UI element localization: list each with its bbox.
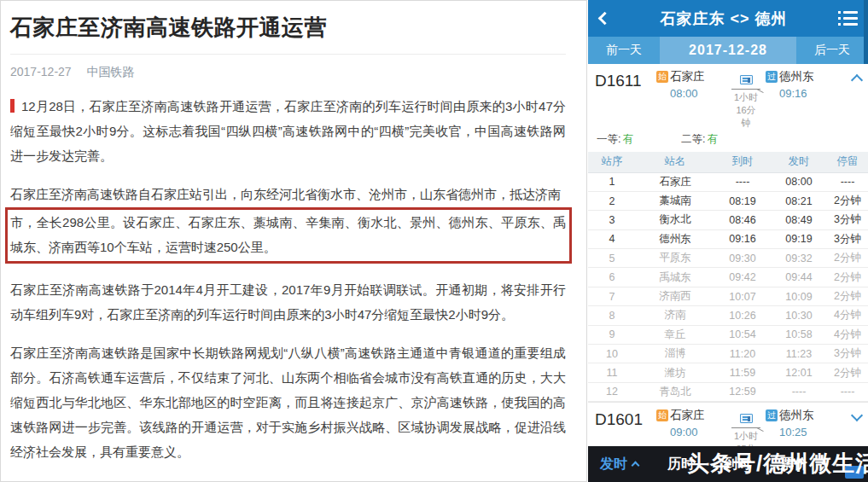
sort-by-departure[interactable]: 发时 [600, 456, 638, 473]
table-row: 4德州东09:1609:193分钟 [588, 229, 868, 248]
table-row: 3衡水北08:4608:493分钟 [588, 211, 868, 229]
route-title: 石家庄东 <> 德州 [660, 9, 787, 29]
ticket-icon [740, 75, 753, 84]
departure-time: 09:00 [670, 426, 730, 438]
train-number: D1601 [595, 408, 656, 429]
red-highlight-box: 市，全长298公里。设石家庄、石家庄东、藁城南、辛集南、衡水北、景州、德州东、平… [5, 207, 572, 264]
table-row: 1石家庄----08:00---- [588, 172, 868, 191]
departure-info: 始 石家庄 09:00 [656, 408, 730, 438]
second-class-label: 二等: [681, 133, 705, 145]
table-row: 8济南10:2610:304分钟 [588, 306, 868, 325]
prev-day-button[interactable]: 前一天 [588, 37, 660, 64]
col-departure: 发时 [771, 152, 827, 172]
second-class-status: 有 [707, 133, 718, 145]
chevron-up-icon [632, 462, 640, 470]
pass-badge: 过 [766, 409, 778, 421]
table-row: 2藁城南08:1908:212分钟 [588, 191, 868, 210]
table-row: 10淄博11:2011:233分钟 [588, 345, 868, 363]
col-station: 站名 [636, 152, 714, 172]
ticket-icon [740, 414, 753, 423]
departure-station: 石家庄 [670, 69, 705, 84]
arrival-time: 10:25 [779, 426, 839, 438]
duration-info: 1小时16分钟 [730, 69, 766, 130]
app-header: 石家庄东 <> 德州 [588, 0, 868, 37]
table-row: 7济南西10:0710:092分钟 [588, 287, 868, 305]
col-stop: 停留 [827, 152, 868, 172]
article-paragraph-5: 据悉，铁路部门于12月27日9时开始发售石济高铁相关列车车票。 [10, 478, 566, 482]
sort-label: 发时 [600, 456, 627, 473]
departure-info: 始 石家庄 08:00 [656, 69, 730, 100]
watermark-text: 头条号/德州微生活 [687, 449, 868, 479]
train-number: D1611 [595, 69, 656, 90]
article-source: 中国铁路 [87, 65, 135, 78]
duration-arrow [731, 89, 760, 90]
article-paragraph-3: 石家庄至济南高速铁路于2014年4月开工建设，2017年9月开始联调联试。开通初… [10, 277, 566, 327]
departure-time: 08:00 [670, 87, 730, 100]
paragraph-text: 12月28日，石家庄至济南高速铁路开通运营，石家庄至济南的列车运行时间由原来的3… [10, 99, 566, 163]
duration-text: 1小时16分钟 [731, 91, 760, 130]
page-title: 石家庄至济南高速铁路开通运营 [10, 13, 566, 42]
collapse-icon[interactable] [851, 74, 863, 86]
table-row: 9章丘10:5410:584分钟 [588, 325, 868, 344]
arrival-info: 过 德州东 10:25 [766, 408, 839, 438]
first-class-status: 有 [622, 133, 633, 145]
duration-arrow [731, 427, 760, 428]
origin-badge: 始 [656, 71, 668, 83]
paragraph-text: 石家庄至济南高速铁路自石家庄站引出，向东经河北省衡水市、沧州市，山东省德州市，抵… [10, 187, 561, 201]
expand-icon[interactable] [851, 409, 863, 421]
train-app-panel: 石家庄东 <> 德州 前一天 2017-12-28 后一天 D1611 始 石家… [588, 0, 868, 482]
arrival-station: 德州东 [779, 69, 814, 84]
article-meta: 2017-12-27 中国铁路 [10, 65, 566, 80]
current-date[interactable]: 2017-12-28 [660, 37, 796, 64]
back-icon[interactable] [598, 12, 612, 26]
table-row: 5平原东09:3009:322分钟 [588, 249, 868, 268]
date-navigation-bar: 前一天 2017-12-28 后一天 [588, 37, 868, 64]
arrival-info: 过 德州东 09:16 [766, 69, 839, 100]
scrollbar[interactable] [864, 0, 868, 64]
first-class-label: 一等: [597, 133, 620, 145]
seat-availability: 一等:有 二等:有 [595, 130, 861, 150]
timetable-header-row: 站序 站名 到时 发时 停留 [588, 152, 868, 172]
article-paragraph-4: 石家庄至济南高速铁路是国家中长期铁路网规划“八纵八横”高速铁路主通道中青银通道的… [10, 340, 566, 464]
article-date: 2017-12-27 [10, 65, 72, 78]
table-row: 11潍坊11:5912:012分钟 [588, 363, 868, 382]
article-paragraph-2: 石家庄至济南高速铁路自石家庄站引出，向东经河北省衡水市、沧州市，山东省德州市，抵… [10, 182, 566, 264]
article-paragraph-1: 12月28日，石家庄至济南高速铁路开通运营，石家庄至济南的列车运行时间由原来的3… [10, 94, 566, 168]
station-timetable: 站序 站名 到时 发时 停留 1石家庄----08:00---- 2藁城南08:… [588, 152, 868, 402]
table-row: 12青岛北12:59-------- [588, 382, 868, 401]
col-arrival: 到时 [714, 152, 771, 172]
arrival-station: 德州东 [779, 408, 814, 423]
red-quote-mark [10, 99, 15, 113]
col-seq: 站序 [588, 152, 636, 172]
next-day-button[interactable]: 后一天 [796, 37, 868, 64]
article-panel: 石家庄至济南高速铁路开通运营 2017-12-27 中国铁路 12月28日，石家… [0, 0, 587, 482]
list-menu-icon[interactable] [838, 11, 858, 26]
table-row: 6禹城东09:4209:442分钟 [588, 268, 868, 287]
departure-station: 石家庄 [670, 408, 705, 423]
train-card-d1611[interactable]: D1611 始 石家庄 08:00 1小时16分钟 过 德州东 [588, 64, 868, 152]
origin-badge: 始 [656, 409, 668, 421]
screenshot-root: 石家庄至济南高速铁路开通运营 2017-12-27 中国铁路 12月28日，石家… [0, 0, 868, 482]
arrival-time: 09:16 [779, 87, 839, 100]
title-divider [10, 54, 566, 55]
sort-bar: 发时 历时 到时 票价 头条号/德州微生活 [588, 446, 868, 482]
pass-badge: 过 [766, 71, 778, 83]
